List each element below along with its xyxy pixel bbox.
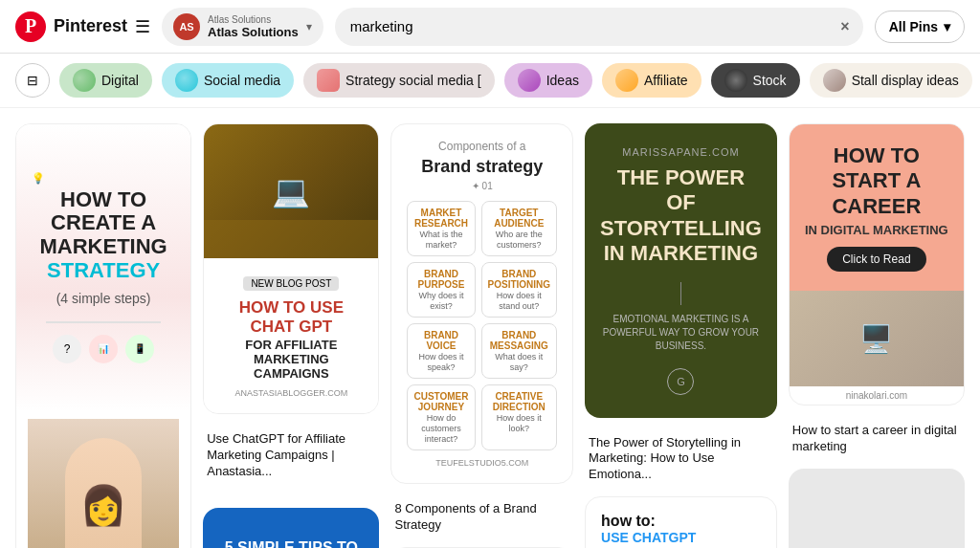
hamburger-icon[interactable]: ☰: [135, 16, 150, 37]
pin-storytelling[interactable]: MARISSAPANE.COM THE POWER OF STORYTELLIN…: [585, 123, 777, 418]
marketing-steps: (4 simple steps): [56, 291, 151, 306]
account-label: Atlas Solutions: [208, 14, 299, 25]
chatgpt-brand: ANASTASIABLOGGER.COM: [219, 388, 363, 398]
chevron-down-icon: ▾: [306, 20, 312, 33]
chatgpt-badge: NEW BLOG POST: [243, 276, 339, 291]
pin-chatgpt-caption: Use ChatGPT for Affiliate Marketing Camp…: [203, 426, 379, 482]
pins-col-2: 💻 NEW BLOG POST HOW TO USECHAT GPT FOR A…: [203, 123, 379, 548]
pins-col-3: Components of a Brand strategy ✦ 01 MARK…: [390, 123, 573, 548]
chip-ideas[interactable]: Ideas: [504, 63, 592, 98]
pin-chatgpt-sub: [203, 493, 379, 496]
chip-stock[interactable]: Stock: [711, 63, 800, 98]
brand-item-brand-voice: BRAND VOICE How does it speak?: [407, 323, 475, 379]
main-content: 💡 HOW TO CREATE AMARKETING STRATEGY (4 s…: [0, 108, 980, 548]
pin-chatgpt-affiliate2[interactable]: how to: USE CHATGPT FOR AFFILIATE MARKET…: [585, 496, 777, 548]
career-brand: ninakolari.com: [790, 386, 964, 405]
chip-social-media-label: Social media: [204, 73, 280, 88]
storytelling-title: THE POWER OF STORYTELLING IN MARKETING: [600, 165, 762, 267]
career-desk-image: 🖥️: [790, 291, 964, 386]
brand-item-target-audience: TARGET AUDIENCE Who are the customers?: [481, 201, 558, 256]
pin-facebook[interactable]: 5 SIMPLE TIPS TO CREATEFACEBOOK ▶ 0:49: [203, 508, 379, 548]
all-pins-chevron-icon: ▾: [944, 19, 950, 34]
filter-settings-button[interactable]: ⊟: [15, 63, 50, 98]
pin-brand-strategy[interactable]: Components of a Brand strategy ✦ 01 MARK…: [390, 123, 573, 484]
chip-digital[interactable]: Digital: [59, 63, 152, 98]
career-cta-button[interactable]: Click to Read: [827, 247, 925, 272]
storytelling-source: MARISSAPANE.COM: [622, 146, 739, 158]
chip-affiliate-label: Affiliate: [644, 73, 688, 88]
chatgpt-affiliate2-use: USE CHATGPT: [601, 530, 761, 545]
pinterest-logo-text: P: [25, 15, 36, 37]
marketing-highlight: STRATEGY: [47, 258, 160, 283]
brand-strategy-num: ✦ 01: [407, 181, 557, 191]
chip-strategy-social-media[interactable]: Strategy social media [: [303, 63, 495, 98]
filter-bar: ⊟ Digital Social media Strategy social m…: [0, 54, 980, 108]
brand-strategy-grid: MARKET RESEARCH What is the market? TARG…: [407, 201, 557, 450]
app-name: Pinterest: [54, 16, 127, 36]
chatgpt-affiliate2-how: how to:: [601, 513, 761, 530]
filter-icon: ⊟: [27, 73, 38, 88]
avatar: AS: [173, 13, 200, 40]
brand-item-market-research: MARKET RESEARCH What is the market?: [407, 201, 475, 256]
pin-chatgpt[interactable]: 💻 NEW BLOG POST HOW TO USECHAT GPT FOR A…: [203, 123, 379, 414]
chip-stall-display-ideas[interactable]: Stall display ideas: [810, 63, 972, 98]
account-selector[interactable]: AS Atlas Solutions Atlas Solutions ▾: [162, 8, 323, 46]
brand-strategy-label: Components of a: [407, 140, 557, 153]
pin-gray[interactable]: 📷: [789, 469, 965, 548]
chip-social-media[interactable]: Social media: [162, 63, 294, 98]
career-sub: IN DIGITAL MARKETING: [805, 223, 948, 237]
logo-area: P Pinterest ☰: [15, 11, 150, 42]
brand-strategy-brand: TEUFELSTUDIO5.COM: [407, 458, 557, 468]
brand-item-creative-direction: CREATIVE DIRECTION How does it look?: [481, 384, 558, 450]
facebook-card: 5 SIMPLE TIPS TO CREATEFACEBOOK: [203, 508, 379, 548]
search-input[interactable]: [335, 8, 863, 46]
chip-strategy-label: Strategy social media [: [345, 73, 481, 88]
pins-col-5: HOW TO START A CAREER IN DIGITAL MARKETI…: [789, 123, 965, 548]
chip-ideas-label: Ideas: [546, 73, 579, 88]
brand-item-brand-purpose: BRAND PURPOSE Why does it exist?: [407, 262, 475, 318]
header: P Pinterest ☰ AS Atlas Solutions Atlas S…: [0, 0, 980, 54]
account-name: Atlas Solutions: [208, 25, 299, 39]
pins-col-1: 💡 HOW TO CREATE AMARKETING STRATEGY (4 s…: [15, 123, 191, 548]
storytelling-sub: EMOTIONAL MARKETING IS A POWERFUL WAY TO…: [600, 313, 762, 353]
search-bar: ×: [335, 8, 863, 46]
facebook-title: 5 SIMPLE TIPS TO CREATEFACEBOOK: [218, 539, 364, 548]
all-pins-button[interactable]: All Pins ▾: [875, 11, 965, 43]
pin-brand-strategy-caption: 8 Components of a Brand Strategy: [390, 495, 573, 536]
account-info: Atlas Solutions Atlas Solutions: [208, 14, 299, 39]
pin-career-caption: How to start a career in digital marketi…: [789, 417, 965, 457]
brand-item-brand-messaging: BRAND MESSAGING What does it say?: [481, 323, 558, 379]
pins-grid: 💡 HOW TO CREATE AMARKETING STRATEGY (4 s…: [15, 123, 965, 548]
brand-strategy-title: Brand strategy: [407, 157, 557, 177]
chip-affiliate[interactable]: Affiliate: [602, 63, 702, 98]
pins-col-4: MARISSAPANE.COM THE POWER OF STORYTELLIN…: [585, 123, 777, 548]
chatgpt-title: HOW TO USECHAT GPT: [219, 298, 363, 338]
storytelling-card: MARISSAPANE.COM THE POWER OF STORYTELLIN…: [585, 123, 777, 418]
all-pins-label: All Pins: [889, 19, 938, 34]
pinterest-logo[interactable]: P: [15, 11, 46, 42]
person-image: 👩: [28, 419, 179, 548]
chip-digital-label: Digital: [101, 73, 139, 88]
storytelling-brand-icon: G: [667, 368, 694, 395]
chatgpt-card-inner: NEW BLOG POST HOW TO USECHAT GPT FOR AFF…: [204, 258, 378, 413]
pin-marketing-strategy[interactable]: 💡 HOW TO CREATE AMARKETING STRATEGY (4 s…: [15, 123, 191, 548]
marketing-title: HOW TO CREATE AMARKETING: [32, 188, 175, 258]
chip-stall-label: Stall display ideas: [852, 73, 959, 88]
pin-storytelling-caption: The Power of Storytelling in Marketing: …: [585, 429, 777, 486]
career-card-top: HOW TO START A CAREER IN DIGITAL MARKETI…: [790, 124, 964, 291]
brand-strategy-inner: Components of a Brand strategy ✦ 01 MARK…: [391, 124, 572, 483]
brand-item-brand-positioning: BRAND POSITIONING How does it stand out?: [481, 262, 558, 318]
chatgpt-sub: FOR AFFILIATE MARKETING CAMPAIGNS: [219, 338, 363, 381]
chip-stock-label: Stock: [753, 73, 787, 88]
career-title: HOW TO START A CAREER: [805, 143, 948, 219]
brand-item-customer-journey: CUSTOMER JOURNEY How do customers intera…: [407, 384, 475, 450]
desk-image: 💻: [204, 124, 378, 258]
pin-career[interactable]: HOW TO START A CAREER IN DIGITAL MARKETI…: [789, 123, 965, 406]
search-clear-icon[interactable]: ×: [840, 18, 849, 35]
